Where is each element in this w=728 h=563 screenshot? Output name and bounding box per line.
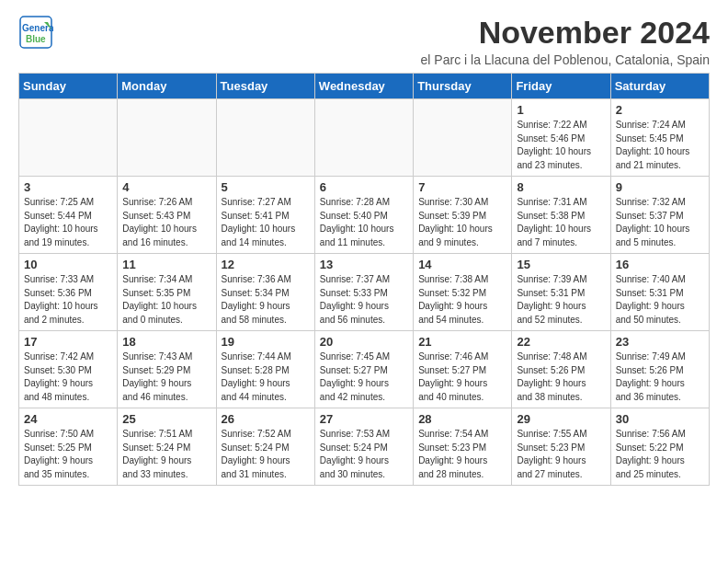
day-info: Sunrise: 7:49 AM Sunset: 5:26 PM Dayligh…	[616, 350, 704, 404]
day-info: Sunrise: 7:28 AM Sunset: 5:40 PM Dayligh…	[320, 196, 408, 249]
day-info: Sunrise: 7:26 AM Sunset: 5:43 PM Dayligh…	[122, 196, 210, 249]
weekday-header-thursday: Thursday	[414, 74, 512, 99]
day-number: 11	[122, 258, 210, 271]
calendar-cell: 8Sunrise: 7:31 AM Sunset: 5:38 PM Daylig…	[512, 177, 610, 254]
day-number: 14	[418, 258, 506, 271]
day-number: 21	[418, 335, 506, 349]
day-number: 3	[24, 180, 112, 194]
weekday-header-monday: Monday	[118, 74, 216, 99]
calendar-cell: 27Sunrise: 7:53 AM Sunset: 5:24 PM Dayli…	[314, 408, 413, 486]
day-number: 1	[517, 103, 605, 117]
day-number: 4	[122, 180, 210, 194]
calendar-cell: 10Sunrise: 7:33 AM Sunset: 5:36 PM Dayli…	[19, 254, 118, 331]
page-container: General Blue November 2024 el Parc i la …	[0, 0, 728, 500]
location: el Parc i la Llacuna del Poblenou, Catal…	[421, 52, 710, 67]
weekday-header-sunday: Sunday	[19, 74, 118, 99]
day-number: 7	[418, 180, 506, 194]
weekday-header-friday: Friday	[512, 74, 610, 99]
calendar-cell: 15Sunrise: 7:39 AM Sunset: 5:31 PM Dayli…	[512, 254, 610, 331]
day-number: 23	[616, 335, 704, 349]
calendar-cell: 26Sunrise: 7:52 AM Sunset: 5:24 PM Dayli…	[216, 408, 314, 486]
month-title: November 2024	[421, 15, 710, 51]
day-info: Sunrise: 7:56 AM Sunset: 5:22 PM Dayligh…	[616, 428, 704, 481]
day-number: 15	[517, 258, 605, 271]
title-block: November 2024 el Parc i la Llacuna del P…	[421, 15, 710, 67]
calendar-cell: 11Sunrise: 7:34 AM Sunset: 5:35 PM Dayli…	[118, 254, 216, 331]
calendar-table: SundayMondayTuesdayWednesdayThursdayFrid…	[18, 73, 710, 486]
day-info: Sunrise: 7:43 AM Sunset: 5:29 PM Dayligh…	[122, 350, 210, 404]
day-info: Sunrise: 7:32 AM Sunset: 5:37 PM Dayligh…	[616, 196, 704, 249]
day-number: 20	[320, 335, 408, 349]
day-number: 2	[616, 103, 704, 117]
day-info: Sunrise: 7:48 AM Sunset: 5:26 PM Dayligh…	[517, 350, 605, 404]
day-info: Sunrise: 7:38 AM Sunset: 5:32 PM Dayligh…	[418, 273, 506, 327]
calendar-cell: 21Sunrise: 7:46 AM Sunset: 5:27 PM Dayli…	[414, 331, 512, 408]
calendar-cell: 5Sunrise: 7:27 AM Sunset: 5:41 PM Daylig…	[216, 177, 314, 254]
day-info: Sunrise: 7:36 AM Sunset: 5:34 PM Dayligh…	[222, 273, 310, 327]
calendar-cell: 25Sunrise: 7:51 AM Sunset: 5:24 PM Dayli…	[118, 408, 216, 486]
day-info: Sunrise: 7:46 AM Sunset: 5:27 PM Dayligh…	[418, 350, 506, 404]
calendar-cell: 12Sunrise: 7:36 AM Sunset: 5:34 PM Dayli…	[216, 254, 314, 331]
calendar-cell	[314, 99, 413, 177]
weekday-header-wednesday: Wednesday	[314, 74, 413, 99]
day-info: Sunrise: 7:54 AM Sunset: 5:23 PM Dayligh…	[418, 428, 506, 481]
calendar-cell: 14Sunrise: 7:38 AM Sunset: 5:32 PM Dayli…	[414, 254, 512, 331]
calendar-cell: 22Sunrise: 7:48 AM Sunset: 5:26 PM Dayli…	[512, 331, 610, 408]
day-number: 12	[222, 258, 310, 271]
day-number: 13	[320, 258, 408, 271]
day-info: Sunrise: 7:24 AM Sunset: 5:45 PM Dayligh…	[616, 119, 704, 172]
day-number: 28	[418, 412, 506, 426]
calendar-week-1: 1Sunrise: 7:22 AM Sunset: 5:46 PM Daylig…	[19, 99, 710, 177]
day-number: 5	[222, 180, 310, 194]
calendar-week-2: 3Sunrise: 7:25 AM Sunset: 5:44 PM Daylig…	[19, 177, 710, 254]
day-info: Sunrise: 7:55 AM Sunset: 5:23 PM Dayligh…	[517, 428, 605, 481]
day-info: Sunrise: 7:44 AM Sunset: 5:28 PM Dayligh…	[222, 350, 310, 404]
calendar-cell: 7Sunrise: 7:30 AM Sunset: 5:39 PM Daylig…	[414, 177, 512, 254]
day-number: 22	[517, 335, 605, 349]
day-number: 27	[320, 412, 408, 426]
calendar-cell: 17Sunrise: 7:42 AM Sunset: 5:30 PM Dayli…	[19, 331, 118, 408]
logo: General Blue	[18, 15, 53, 50]
logo-icon: General Blue	[18, 15, 53, 50]
calendar-week-3: 10Sunrise: 7:33 AM Sunset: 5:36 PM Dayli…	[19, 254, 710, 331]
day-info: Sunrise: 7:22 AM Sunset: 5:46 PM Dayligh…	[517, 119, 605, 172]
day-number: 17	[24, 335, 112, 349]
day-info: Sunrise: 7:30 AM Sunset: 5:39 PM Dayligh…	[418, 196, 506, 249]
calendar-header: SundayMondayTuesdayWednesdayThursdayFrid…	[19, 74, 710, 99]
calendar-cell: 9Sunrise: 7:32 AM Sunset: 5:37 PM Daylig…	[610, 177, 709, 254]
weekday-header-tuesday: Tuesday	[216, 74, 314, 99]
day-info: Sunrise: 7:51 AM Sunset: 5:24 PM Dayligh…	[122, 428, 210, 481]
calendar-cell: 16Sunrise: 7:40 AM Sunset: 5:31 PM Dayli…	[610, 254, 709, 331]
calendar-cell: 13Sunrise: 7:37 AM Sunset: 5:33 PM Dayli…	[314, 254, 413, 331]
day-number: 25	[122, 412, 210, 426]
day-number: 18	[122, 335, 210, 349]
calendar-cell: 28Sunrise: 7:54 AM Sunset: 5:23 PM Dayli…	[414, 408, 512, 486]
calendar-cell	[216, 99, 314, 177]
calendar-cell	[414, 99, 512, 177]
day-info: Sunrise: 7:34 AM Sunset: 5:35 PM Dayligh…	[122, 273, 210, 327]
day-info: Sunrise: 7:52 AM Sunset: 5:24 PM Dayligh…	[222, 428, 310, 481]
day-number: 29	[517, 412, 605, 426]
day-number: 30	[616, 412, 704, 426]
calendar-cell: 24Sunrise: 7:50 AM Sunset: 5:25 PM Dayli…	[19, 408, 118, 486]
day-info: Sunrise: 7:42 AM Sunset: 5:30 PM Dayligh…	[24, 350, 112, 404]
header: General Blue November 2024 el Parc i la …	[18, 15, 710, 67]
calendar-week-4: 17Sunrise: 7:42 AM Sunset: 5:30 PM Dayli…	[19, 331, 710, 408]
day-number: 19	[222, 335, 310, 349]
calendar-cell: 3Sunrise: 7:25 AM Sunset: 5:44 PM Daylig…	[19, 177, 118, 254]
day-number: 16	[616, 258, 704, 271]
day-info: Sunrise: 7:40 AM Sunset: 5:31 PM Dayligh…	[616, 273, 704, 327]
day-number: 8	[517, 180, 605, 194]
calendar-week-5: 24Sunrise: 7:50 AM Sunset: 5:25 PM Dayli…	[19, 408, 710, 486]
day-info: Sunrise: 7:25 AM Sunset: 5:44 PM Dayligh…	[24, 196, 112, 249]
day-number: 6	[320, 180, 408, 194]
calendar-cell: 20Sunrise: 7:45 AM Sunset: 5:27 PM Dayli…	[314, 331, 413, 408]
svg-text:Blue: Blue	[26, 34, 46, 44]
weekday-header-row: SundayMondayTuesdayWednesdayThursdayFrid…	[19, 74, 710, 99]
day-info: Sunrise: 7:27 AM Sunset: 5:41 PM Dayligh…	[222, 196, 310, 249]
day-info: Sunrise: 7:33 AM Sunset: 5:36 PM Dayligh…	[24, 273, 112, 327]
calendar-cell: 29Sunrise: 7:55 AM Sunset: 5:23 PM Dayli…	[512, 408, 610, 486]
calendar-cell: 6Sunrise: 7:28 AM Sunset: 5:40 PM Daylig…	[314, 177, 413, 254]
calendar-cell: 18Sunrise: 7:43 AM Sunset: 5:29 PM Dayli…	[118, 331, 216, 408]
weekday-header-saturday: Saturday	[610, 74, 709, 99]
